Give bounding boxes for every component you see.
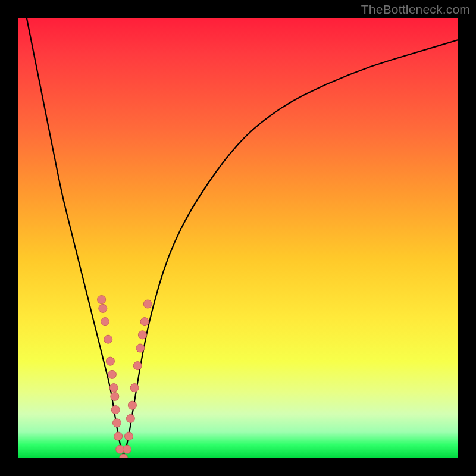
chart-frame: TheBottleneck.com [0,0,476,476]
chart-plot-area [18,18,458,458]
curve-marker [99,304,107,312]
bottleneck-curve [27,18,458,454]
curve-marker [120,454,128,458]
curve-marker [133,362,142,370]
curve-marker [98,296,106,304]
curve-marker [125,432,133,440]
curve-marker [113,419,121,427]
curve-marker [106,357,114,365]
curve-marker [114,432,123,440]
curve-marker [143,300,152,308]
curve-marker [138,331,146,339]
curve-marker [111,392,119,400]
watermark-text: TheBottleneck.com [361,2,470,17]
curve-marker [126,414,134,422]
curve-marker [111,406,120,414]
curve-marker [136,344,145,352]
chart-svg [18,18,458,458]
curve-marker [130,384,139,392]
curve-marker [140,318,149,326]
curve-marker [128,401,136,409]
curve-marker [101,318,109,326]
curve-marker [123,445,131,453]
curve-markers [98,296,152,458]
curve-marker [104,335,112,343]
curve-marker [108,370,116,378]
curve-marker [109,384,118,392]
